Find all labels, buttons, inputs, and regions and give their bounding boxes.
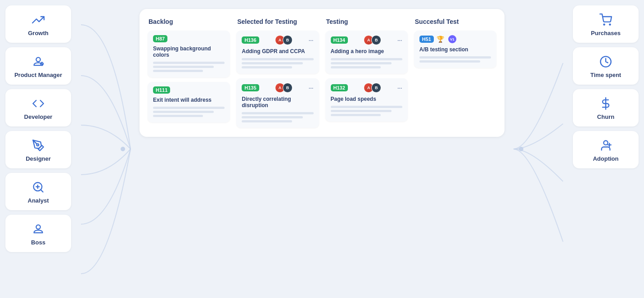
column-cards-selected-testing: H136 A B ··· Adding GDPR and CCPA [236, 31, 319, 128]
card-line [242, 62, 302, 64]
card-lines-h135 [242, 112, 313, 122]
sidebar-item-label: Adoption [593, 155, 618, 162]
column-backlog: Backlog H87 Swapping background colors [148, 18, 230, 128]
column-selected-testing: Selected for Testing H136 A B ··· Adding… [236, 18, 319, 128]
card-title-h135: Directly correlating disruption [242, 96, 313, 108]
card-line [331, 58, 402, 60]
card-line [331, 66, 381, 68]
sidebar-item-adoption[interactable]: Adoption [573, 131, 639, 168]
card-menu-h136[interactable]: ··· [309, 37, 314, 44]
card-line [419, 56, 491, 59]
card-lines-h87 [153, 62, 225, 72]
sidebar-item-label: Analyst [28, 197, 49, 204]
column-testing: Testing H134 A B ··· Adding a hero image [325, 18, 408, 128]
right-sidebar: Purchases Time spent Churn Adoption [567, 0, 644, 298]
badge-h111: H111 [153, 86, 170, 94]
sidebar-item-label: Growth [28, 30, 49, 36]
column-header-testing: Testing [325, 18, 408, 25]
card-title-h132: Page load speeds [331, 96, 402, 102]
card-menu-h132[interactable]: ··· [397, 85, 402, 91]
card-menu-h134[interactable]: ··· [397, 37, 402, 44]
card-line [153, 66, 214, 68]
sidebar-item-time-spent[interactable]: Time spent [573, 47, 639, 85]
column-header-successful-test: Succesful Test [414, 18, 496, 25]
avatar-group-h132: A B [364, 83, 381, 93]
card-header-h87: H87 [153, 35, 225, 42]
sidebar-item-label: Developer [24, 113, 53, 120]
sidebar-item-designer[interactable]: Designer [5, 131, 71, 168]
card-menu-h135[interactable]: ··· [309, 85, 314, 91]
column-cards-testing: H134 A B ··· Adding a hero image [325, 31, 408, 122]
avatar: B [283, 83, 293, 93]
avatar-group-h134: A B [364, 35, 381, 45]
left-sidebar: Growth Product Manager Developer Designe… [0, 0, 77, 298]
card-h136[interactable]: H136 A B ··· Adding GDPR and CCPA [236, 31, 319, 74]
sidebar-item-label: Churn [597, 113, 614, 120]
card-line [242, 120, 292, 122]
sidebar-item-purchases[interactable]: Purchases [573, 5, 639, 43]
card-line [153, 115, 203, 117]
card-h134[interactable]: H134 A B ··· Adding a hero image [325, 31, 408, 74]
svg-point-13 [519, 147, 523, 151]
shopping-cart-icon [599, 14, 612, 26]
svg-point-0 [36, 58, 40, 62]
card-line [153, 107, 225, 109]
card-line [153, 70, 203, 72]
card-h87[interactable]: H87 Swapping background colors [148, 31, 230, 77]
avatar: B [283, 35, 293, 45]
badge-h132: H132 [331, 84, 348, 91]
badge-h135: H135 [242, 84, 259, 91]
sidebar-item-developer[interactable]: Developer [5, 89, 71, 126]
column-cards-successful-test: H51 🏆 V1 A/B testing section [414, 31, 496, 68]
svg-line-8 [41, 190, 43, 192]
card-title-h51: A/B testing section [419, 46, 491, 53]
card-line [242, 58, 313, 60]
card-title-h134: Adding a hero image [331, 48, 402, 54]
avatar-group-h136: A B [275, 35, 293, 45]
card-h132[interactable]: H132 A B ··· Page load speeds [325, 78, 408, 122]
card-line [153, 111, 214, 113]
card-lines-h111 [153, 107, 225, 117]
sidebar-item-churn[interactable]: Churn [573, 89, 639, 126]
sidebar-item-boss[interactable]: Boss [5, 215, 71, 252]
card-lines-h132 [331, 106, 402, 116]
card-lines-h134 [331, 58, 402, 68]
card-h135[interactable]: H135 A B ··· Directly correlating disrup… [236, 78, 319, 128]
badge-h136: H136 [242, 36, 259, 44]
clock-icon [599, 55, 612, 68]
board-container: Backlog H87 Swapping background colors [140, 9, 504, 137]
card-h111[interactable]: H111 Exit intent will address [148, 82, 230, 122]
card-h51[interactable]: H51 🏆 V1 A/B testing section [414, 31, 496, 68]
avatar: B [371, 35, 381, 45]
avatar-group-h135: A B [275, 83, 293, 93]
column-successful-test: Succesful Test H51 🏆 V1 A/B testing sect… [414, 18, 496, 128]
card-line [331, 62, 392, 64]
sidebar-item-analyst[interactable]: Analyst [5, 173, 71, 210]
sidebar-item-product-manager[interactable]: Product Manager [5, 47, 71, 85]
user-cog-icon [32, 55, 45, 68]
column-cards-backlog: H87 Swapping background colors H111 Exit… [148, 31, 230, 122]
card-header-h132: H132 A B ··· [331, 83, 402, 93]
card-line [419, 60, 480, 63]
avatar: B [371, 83, 381, 93]
user-icon [32, 223, 45, 235]
card-header-h135: H135 A B ··· [242, 83, 313, 93]
user-plus-icon [599, 139, 612, 152]
sidebar-item-label: Designer [26, 155, 51, 162]
svg-point-14 [603, 24, 604, 25]
column-header-backlog: Backlog [148, 18, 230, 25]
card-line [242, 116, 302, 118]
search-icon [32, 181, 45, 194]
code-icon [32, 97, 45, 110]
trophy-icon: 🏆 [437, 36, 444, 43]
badge-h51: H51 [419, 36, 434, 43]
card-title-h136: Adding GDPR and CCPA [242, 48, 313, 54]
card-line [331, 110, 392, 112]
badge-h134: H134 [331, 36, 348, 44]
card-line [242, 66, 292, 68]
column-header-selected-testing: Selected for Testing [236, 18, 319, 25]
sidebar-item-growth[interactable]: Growth [5, 5, 71, 43]
card-title-h111: Exit intent will address [153, 97, 225, 103]
svg-point-11 [36, 225, 40, 229]
card-header-h136: H136 A B ··· [242, 35, 313, 45]
